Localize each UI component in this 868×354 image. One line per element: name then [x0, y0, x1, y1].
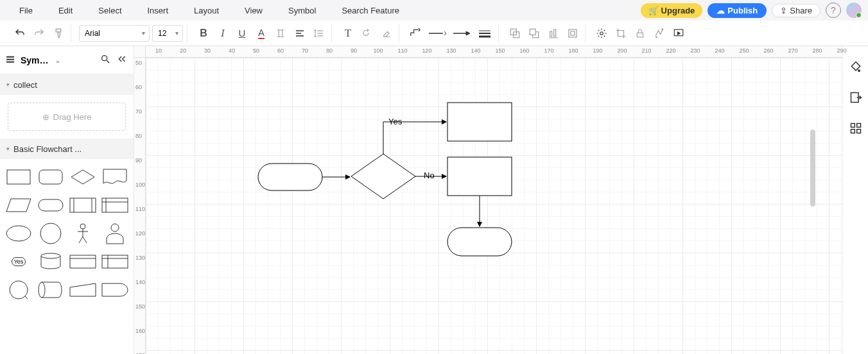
shape-predefined[interactable]	[68, 192, 98, 218]
shape-terminator[interactable]	[36, 192, 65, 218]
fill-color-button[interactable]	[378, 25, 395, 42]
font-color-button[interactable]: A	[253, 25, 270, 42]
edge-label-no[interactable]: No	[424, 171, 435, 180]
upgrade-button[interactable]: 🛒 Upgrade	[641, 3, 703, 18]
settings-button[interactable]	[651, 25, 668, 42]
line-weight-button[interactable]	[475, 25, 494, 42]
align-button[interactable]	[291, 25, 308, 42]
chevron-down-icon[interactable]: ⌄	[55, 56, 61, 65]
shape-delay[interactable]	[100, 277, 130, 303]
svg-point-36	[6, 226, 31, 241]
shape-table[interactable]	[100, 249, 130, 274]
triangle-down-icon: ▾	[6, 146, 10, 152]
node-start[interactable]	[258, 164, 322, 190]
ruler-h-tick: 80	[326, 47, 333, 54]
grid-panel-icon[interactable]	[848, 121, 864, 136]
redo-button[interactable]	[31, 25, 48, 42]
shape-user[interactable]	[100, 221, 130, 246]
svg-marker-52	[851, 62, 860, 71]
shape-manual-input[interactable]	[68, 277, 98, 303]
shape-cylinder-v[interactable]	[36, 249, 65, 274]
menu-file[interactable]: File	[6, 6, 46, 15]
ruler-h-tick: 280	[812, 47, 822, 54]
menu-view[interactable]: View	[232, 6, 275, 15]
connector-style-button[interactable]	[407, 25, 424, 42]
collapse-sidebar-icon[interactable]	[116, 53, 128, 68]
edge-label-yes[interactable]: Yes	[388, 117, 402, 126]
shape-rectangle[interactable]	[4, 164, 33, 190]
shape-card[interactable]	[68, 249, 98, 274]
ruler-h-tick: 250	[739, 47, 749, 54]
shape-parallelogram[interactable]	[4, 192, 33, 218]
work-area: 1020304050607080901001101201301401501601…	[134, 46, 842, 354]
group-button[interactable]	[564, 25, 581, 42]
crop-button[interactable]	[612, 25, 629, 42]
bring-front-button[interactable]	[526, 25, 542, 42]
avatar[interactable]	[846, 3, 862, 18]
drag-here-target[interactable]: ⊕ Drag Here	[8, 103, 126, 131]
shape-rounded-rect[interactable]	[36, 164, 65, 190]
bold-button[interactable]: B	[195, 25, 212, 42]
highlight-button[interactable]	[272, 25, 289, 42]
underline-button[interactable]: U	[234, 25, 250, 42]
shape-cylinder-h[interactable]	[36, 277, 65, 303]
presentation-button[interactable]	[670, 25, 687, 42]
ruler-h-tick: 90	[351, 47, 357, 54]
node-process-yes[interactable]	[447, 103, 512, 141]
shape-document[interactable]	[100, 164, 130, 190]
font-select[interactable]: Arial	[79, 25, 150, 42]
svg-marker-2	[466, 31, 470, 35]
node-decision[interactable]	[351, 154, 415, 199]
fill-panel-icon[interactable]	[848, 59, 864, 74]
section-basic-label: Basic Flowchart ...	[13, 144, 82, 154]
search-icon[interactable]	[99, 53, 112, 68]
shape-ellipse[interactable]	[4, 221, 33, 246]
menu-select[interactable]: Select	[85, 6, 134, 15]
text-tool-button[interactable]: T	[340, 25, 356, 42]
shape-diamond[interactable]	[68, 164, 98, 190]
help-button[interactable]: ?	[826, 3, 841, 18]
node-process-no[interactable]	[447, 157, 512, 196]
menu-edit[interactable]: Edit	[46, 6, 85, 15]
lock-button[interactable]	[632, 25, 648, 42]
menu-layout[interactable]: Layout	[181, 6, 232, 15]
ruler-horizontal[interactable]: 1020304050607080901001101201301401501601…	[146, 46, 842, 58]
italic-button[interactable]: I	[214, 25, 231, 42]
publish-button[interactable]: ☁ Publish	[707, 3, 767, 18]
menu-symbol[interactable]: Symbol	[275, 6, 329, 15]
shape-rotate-button[interactable]	[359, 25, 376, 42]
svg-marker-27	[71, 170, 94, 184]
menu-search-feature[interactable]: Search Feature	[329, 6, 412, 15]
share-button[interactable]: ⇪ Share	[772, 4, 820, 17]
shape-internal-storage[interactable]	[100, 192, 130, 218]
vertical-scrollbar[interactable]	[810, 130, 815, 206]
ruler-vertical[interactable]: 5060708090100110120130140150160170	[134, 58, 146, 354]
ruler-h-tick: 290	[837, 47, 846, 54]
shape-circle[interactable]	[36, 221, 65, 246]
align-objects-button[interactable]	[545, 25, 562, 42]
section-collect[interactable]: ▾ collect	[0, 74, 134, 95]
line-spacing-button[interactable]	[311, 25, 327, 42]
export-panel-icon[interactable]	[848, 90, 864, 105]
node-end[interactable]	[447, 228, 512, 256]
svg-point-49	[39, 282, 45, 298]
undo-button[interactable]	[12, 25, 28, 42]
section-basic-flowchart[interactable]: ▾ Basic Flowchart ...	[0, 139, 134, 159]
menu-insert[interactable]: Insert	[135, 6, 182, 15]
line-style-button[interactable]	[426, 25, 448, 42]
format-painter-button[interactable]	[50, 25, 67, 42]
shape-actor[interactable]	[68, 221, 98, 246]
shape-yes-badge[interactable]: Yes	[4, 249, 33, 274]
font-size-select[interactable]: 12	[152, 25, 183, 42]
upgrade-label: Upgrade	[661, 6, 695, 15]
ruler-h-tick: 100	[373, 47, 383, 54]
send-back-button[interactable]	[507, 25, 523, 42]
arrow-style-button[interactable]	[451, 25, 473, 42]
effects-button[interactable]	[593, 25, 610, 42]
canvas[interactable]: Yes No	[146, 58, 842, 354]
ruler-h-tick: 150	[495, 47, 505, 54]
share-label: Share	[790, 6, 812, 15]
edge-yes[interactable]	[383, 122, 446, 154]
shape-connector-circle[interactable]	[4, 277, 33, 303]
svg-rect-14	[571, 31, 575, 35]
